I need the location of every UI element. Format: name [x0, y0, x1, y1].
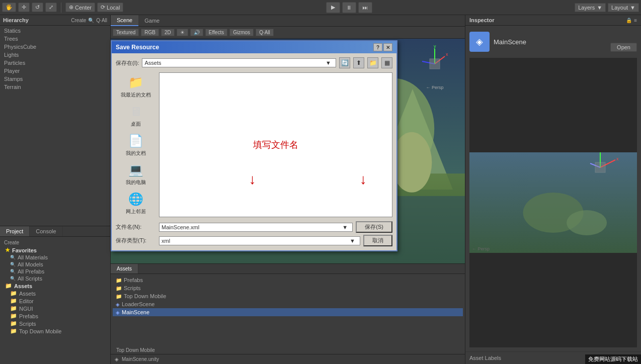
all-models-item[interactable]: 🔍 All Models: [2, 261, 108, 268]
filetype-dropdown[interactable]: ▼: [350, 238, 358, 244]
twod-btn[interactable]: 2D: [161, 29, 175, 36]
game-tab[interactable]: Game: [138, 16, 166, 26]
dialog-help-btn[interactable]: ?: [373, 43, 382, 51]
inspector-lock-icon[interactable]: 🔒: [626, 18, 632, 23]
dialog-body: 保存在(I): Assets ▼ 🔄 ⬆ 📁 ▦ 📁 我最近的文档 🖥 桌面: [112, 53, 396, 250]
sound-btn[interactable]: 🔊: [190, 29, 203, 36]
save-button[interactable]: 保存(S): [356, 221, 392, 233]
left-panel: Hierarchy Create 🔍 Q·All Statics Trees P…: [0, 15, 111, 364]
star-icon: ★: [5, 247, 10, 253]
location-input[interactable]: Assets ▼: [142, 58, 336, 67]
top-toolbar: 🖐 ✛ ↺ ⤢ ⊕ Center ⟳ Local ▶ ⏸ ⏭ Layers ▼ …: [0, 0, 641, 15]
svg-rect-12: [430, 59, 440, 69]
file-item-scripts[interactable]: 📁 Scripts: [113, 284, 463, 292]
hierarchy-item-stamps[interactable]: Stamps: [0, 75, 110, 83]
filename-label: 文件名(N):: [116, 223, 156, 231]
sidebar-network[interactable]: 🌐 网上邻居: [116, 189, 156, 217]
sidebar-my-docs[interactable]: 📄 我的文档: [116, 131, 156, 159]
step-button[interactable]: ⏭: [358, 2, 372, 13]
hierarchy-item-terrain[interactable]: Terrain: [0, 83, 110, 91]
file-item-topdown[interactable]: 📁 Top Down Mobile: [113, 292, 463, 300]
gizmos-btn[interactable]: Gizmos: [229, 29, 254, 36]
all-prefabs-item[interactable]: 🔍 All Prefabs: [2, 268, 108, 275]
playback-controls: ▶ ⏸ ⏭: [125, 2, 573, 13]
asset-labels-label: Asset Labels: [469, 355, 501, 361]
sidebar-recent-docs[interactable]: 📁 我最近的文档: [116, 72, 156, 101]
filename-dropdown[interactable]: ▼: [342, 224, 350, 230]
assets-item-ngui[interactable]: 📁 NGUI: [2, 305, 108, 312]
assets-group[interactable]: 📁 Assets: [2, 282, 108, 290]
sidebar-desktop[interactable]: 🖥 桌面: [116, 102, 156, 130]
filetype-input[interactable]: xml ▼: [159, 236, 360, 245]
local-btn[interactable]: ⟳ Local: [97, 3, 123, 12]
assets-item-editor[interactable]: 📁 Editor: [2, 297, 108, 305]
dialog-view-btn[interactable]: ▦: [381, 57, 392, 68]
search-icon-prefabs: 🔍: [10, 269, 16, 274]
layout-label: Layout: [611, 5, 628, 11]
assets-item-prefabs[interactable]: 📁 Prefabs: [2, 312, 108, 320]
assets-item-scripts[interactable]: 📁 Scripts: [2, 320, 108, 327]
hierarchy-header: Hierarchy Create 🔍 Q·All: [0, 15, 110, 26]
file-browser-tab[interactable]: Assets: [111, 264, 138, 274]
rgb-btn[interactable]: RGB: [141, 29, 159, 36]
pause-button[interactable]: ⏸: [342, 2, 356, 13]
folder-icon-ngui: 📁: [10, 305, 17, 312]
scene-search-btn[interactable]: Q·All: [256, 29, 274, 36]
dialog-nav-btn-2[interactable]: ⬆: [353, 57, 364, 68]
folder-icon-editor: 📁: [10, 298, 17, 304]
folder-icon-topdown: 📁: [10, 328, 17, 334]
scale-tool-btn[interactable]: ⤢: [45, 3, 57, 12]
dialog-nav-btn-1[interactable]: 🔄: [339, 57, 350, 68]
inspector-menu-icon[interactable]: ≡: [634, 18, 637, 23]
play-button[interactable]: ▶: [326, 2, 340, 13]
sun-btn[interactable]: ☀: [177, 29, 188, 36]
center-icon: ⊕: [69, 4, 73, 11]
hierarchy-item-lights[interactable]: Lights: [0, 51, 110, 59]
dialog-nav-btn-3[interactable]: 📁: [367, 57, 378, 68]
hierarchy-item-statics[interactable]: Statics: [0, 27, 110, 35]
console-tab[interactable]: Console: [30, 226, 62, 236]
file-item-prefabs[interactable]: 📁 Prefabs: [113, 276, 463, 284]
center-btn[interactable]: ⊕ Center: [65, 3, 95, 12]
favorites-group[interactable]: ★ Favorites: [2, 246, 108, 254]
layout-chevron: ▼: [630, 5, 635, 11]
dialog-sidebar: 📁 我最近的文档 🖥 桌面 📄 我的文档 💻 我的电脑 🌐 网上邻: [116, 72, 156, 217]
layout-dropdown[interactable]: Layout ▼: [608, 3, 639, 12]
scene-tab[interactable]: Scene: [111, 15, 138, 26]
rotate-tool-btn[interactable]: ↺: [32, 3, 43, 12]
sidebar-my-computer[interactable]: 💻 我的电脑: [116, 160, 156, 188]
assets-item-topdown[interactable]: 📁 Top Down Mobile: [2, 327, 108, 335]
scene-gizmo[interactable]: x y ← Persp: [415, 44, 455, 84]
inspector-3d-view: x y ← Persp: [469, 58, 637, 347]
cancel-button[interactable]: 取消: [363, 235, 392, 246]
layers-dropdown[interactable]: Layers ▼: [575, 3, 606, 12]
move-tool-btn[interactable]: ✛: [18, 3, 30, 12]
location-dropdown-icon[interactable]: ▼: [326, 60, 334, 66]
all-materials-item[interactable]: 🔍 All Materials: [2, 254, 108, 261]
network-label: 网上邻居: [126, 208, 146, 215]
file-item-loaderscene[interactable]: ◈ LoaderScene: [113, 300, 463, 308]
assets-item-assets[interactable]: 📁 Assets: [2, 290, 108, 297]
dialog-close-btn[interactable]: ✕: [383, 43, 392, 51]
hierarchy-item-player[interactable]: Player: [0, 67, 110, 75]
hierarchy-item-physicscube[interactable]: PhysicsCube: [0, 43, 110, 51]
dialog-hint-text: 填写文件名: [253, 139, 298, 151]
project-tab[interactable]: Project: [0, 226, 30, 236]
down-arrow-2: ↓: [360, 172, 367, 187]
hierarchy-item-particles[interactable]: Particles: [0, 59, 110, 67]
file-browser: Assets 📁 Prefabs 📁 Scripts 📁 Top Down Mo…: [111, 263, 465, 364]
create-btn[interactable]: Create: [71, 18, 86, 23]
project-create-btn[interactable]: Create: [2, 239, 108, 246]
all-scripts-item[interactable]: 🔍 All Scripts: [2, 275, 108, 282]
hand-tool-btn[interactable]: 🖐: [2, 3, 16, 12]
textured-btn[interactable]: Textured: [113, 29, 139, 36]
hierarchy-item-trees[interactable]: Trees: [0, 35, 110, 43]
effects-btn[interactable]: Effects: [205, 29, 227, 36]
file-item-mainscene[interactable]: ◈ MainScene: [113, 308, 463, 316]
filename-input[interactable]: MainScene.xml ▼: [159, 223, 353, 232]
open-button[interactable]: Open: [610, 43, 637, 52]
gizmo-svg: x y: [415, 44, 455, 84]
scene-game-tabs: Scene Game: [111, 15, 465, 27]
dialog-title: Save Resource: [116, 44, 159, 51]
dialog-main-area: 📁 我最近的文档 🖥 桌面 📄 我的文档 💻 我的电脑 🌐 网上邻: [116, 72, 392, 217]
